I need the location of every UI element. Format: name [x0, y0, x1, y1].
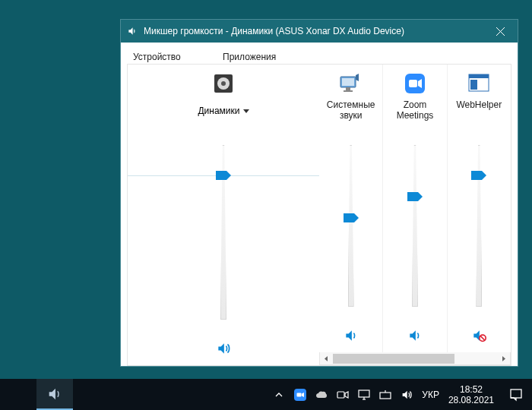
mixer-groups: Динамики: [127, 64, 511, 366]
svg-rect-15: [470, 80, 477, 90]
svg-rect-31: [511, 390, 521, 398]
device-selector[interactable]: Динамики: [198, 99, 249, 122]
app-slider-thumb[interactable]: [407, 192, 423, 201]
mixer-body: Устройство Приложения Динамики: [121, 43, 518, 366]
app-column-zoom: Zoom Meetings: [383, 65, 447, 352]
svg-marker-25: [345, 392, 348, 398]
tray-volume-icon[interactable]: [401, 389, 413, 401]
scrollbar-track[interactable]: [333, 353, 497, 364]
clock-date: 28.08.2021: [448, 395, 494, 405]
taskbar-volume-mixer-button[interactable]: [36, 379, 73, 410]
app-mute-button[interactable]: [406, 326, 424, 345]
titlebar[interactable]: Микшер громкости - Динамики (ASUS Xonar …: [121, 20, 518, 43]
app-slider-area: [319, 136, 382, 322]
device-section-header: Устройство: [133, 52, 223, 62]
system-sounds-icon[interactable]: [338, 71, 364, 96]
svg-marker-16: [471, 171, 486, 180]
zoom-icon[interactable]: [402, 71, 428, 96]
webhelper-icon[interactable]: [466, 71, 492, 96]
tray-overflow-button[interactable]: [273, 389, 285, 401]
app-label: WebHelper: [453, 99, 505, 122]
applications-row: Системные звуки: [319, 65, 511, 352]
svg-rect-6: [346, 87, 350, 90]
app-slider-thumb[interactable]: [344, 213, 359, 222]
app-mute-button[interactable]: [470, 326, 488, 345]
svg-rect-10: [409, 80, 417, 87]
app-slider-area: [448, 136, 511, 322]
applications-group: Системные звуки: [319, 64, 511, 366]
app-slider-track[interactable]: [476, 145, 482, 307]
action-center-button[interactable]: [500, 379, 532, 410]
speaker-device-icon[interactable]: [211, 71, 236, 96]
app-slider-area: [383, 136, 446, 322]
svg-marker-3: [216, 171, 231, 180]
svg-rect-5: [342, 78, 354, 86]
scroll-right-button[interactable]: [497, 353, 510, 364]
clock-time: 18:52: [448, 384, 494, 395]
svg-marker-20: [502, 356, 505, 361]
svg-marker-19: [325, 356, 328, 361]
device-name: Динамики: [198, 106, 239, 116]
tray-zoom-icon[interactable]: [294, 389, 306, 401]
app-slider-track[interactable]: [348, 145, 354, 307]
app-slider-track[interactable]: [412, 145, 418, 307]
taskbar-left: [0, 379, 73, 410]
device-slider-area: [128, 136, 319, 335]
svg-rect-24: [337, 392, 344, 398]
app-mute-button[interactable]: [342, 326, 360, 345]
app-label: Zoom Meetings: [383, 99, 446, 122]
svg-rect-22: [297, 393, 302, 396]
volume-mixer-window: Микшер громкости - Динамики (ASUS Xonar …: [120, 19, 518, 367]
app-slider-thumb[interactable]: [471, 171, 486, 180]
taskbar-clock[interactable]: 18:52 28.08.2021: [442, 384, 500, 405]
speaker-icon: [127, 26, 138, 36]
app-column-webhelper: WebHelper: [448, 65, 511, 352]
language-indicator[interactable]: УКР: [422, 390, 439, 400]
system-tray: УКР: [270, 389, 442, 401]
scrollbar-thumb[interactable]: [333, 354, 454, 364]
svg-point-2: [221, 81, 226, 86]
section-headers: Устройство Приложения: [127, 49, 511, 64]
device-slider-thumb[interactable]: [216, 171, 231, 180]
svg-rect-26: [359, 390, 369, 397]
scroll-left-button[interactable]: [320, 353, 333, 364]
svg-rect-7: [344, 90, 353, 92]
svg-marker-8: [344, 213, 359, 222]
device-mute-button[interactable]: [214, 339, 233, 358]
app-column-system-sounds: Системные звуки: [319, 65, 383, 352]
window-title: Микшер громкости - Динамики (ASUS Xonar …: [144, 26, 483, 36]
tray-meet-now-icon[interactable]: [337, 389, 349, 401]
chevron-down-icon: [243, 109, 249, 113]
horizontal-scrollbar[interactable]: [319, 352, 511, 365]
svg-rect-14: [469, 74, 489, 78]
close-button[interactable]: [483, 20, 518, 43]
device-column: Динамики: [127, 64, 319, 366]
svg-marker-12: [407, 192, 423, 201]
svg-line-18: [480, 336, 485, 340]
tray-onedrive-icon[interactable]: [315, 389, 328, 401]
taskbar: УКР 18:52 28.08.2021: [0, 379, 532, 410]
tray-input-icon[interactable]: [379, 389, 391, 401]
applications-section-header: Приложения: [223, 52, 276, 62]
tray-display-icon[interactable]: [358, 389, 370, 401]
app-label: Системные звуки: [319, 99, 382, 122]
svg-rect-29: [380, 393, 391, 399]
